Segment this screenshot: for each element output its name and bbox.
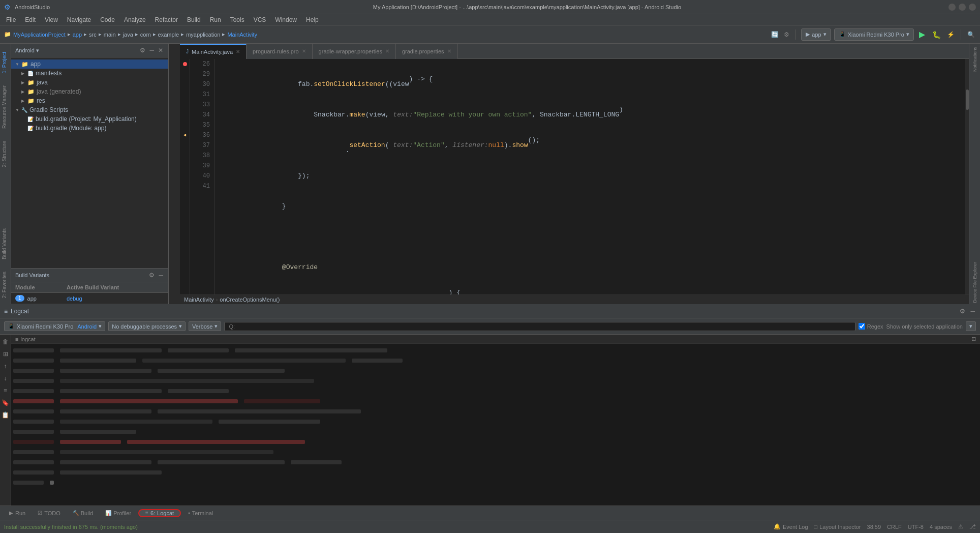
sidebar-tab-build-variants[interactable]: Build Variants	[0, 222, 11, 265]
menu-view[interactable]: View	[41, 15, 62, 24]
process-select[interactable]: No debuggable processes ▾	[108, 321, 186, 331]
menu-vcs[interactable]: VCS	[250, 15, 270, 24]
gutter-line-31[interactable]	[180, 90, 190, 100]
status-indent[interactable]: 4 spaces	[930, 524, 952, 530]
bookmark-logcat-btn[interactable]: 🔖	[0, 398, 11, 408]
event-log-btn[interactable]: 🔔 Event Log	[774, 523, 808, 530]
gutter-line-37[interactable]	[180, 140, 190, 151]
sidebar-tab-favorites[interactable]: 2: Favorites	[0, 265, 11, 304]
android-dropdown[interactable]: Android ▾	[15, 47, 39, 54]
settings-btn[interactable]: ⚙	[783, 30, 790, 39]
run-button[interactable]: ▶	[917, 28, 927, 40]
clear-logcat-btn[interactable]: 🗑	[1, 337, 10, 347]
sidebar-tab-structure[interactable]: 2: Structure	[0, 135, 11, 173]
search-everywhere-btn[interactable]: 🔍	[966, 30, 976, 39]
profile-button[interactable]: ⚡	[946, 30, 956, 39]
tree-item-java-generated[interactable]: ▶ 📁 java (generated)	[11, 87, 168, 96]
menu-file[interactable]: File	[2, 15, 20, 24]
tab-run[interactable]: ▶ Run	[4, 509, 30, 517]
logcat-settings-btn[interactable]: ⚙	[959, 307, 966, 316]
logcat-search-input[interactable]	[224, 322, 855, 331]
menu-help[interactable]: Help	[302, 15, 323, 24]
menu-window[interactable]: Window	[271, 15, 301, 24]
layout-inspector-btn[interactable]: □ Layout Inspector	[814, 524, 861, 530]
scroll-end-btn[interactable]: ⊞	[2, 349, 10, 359]
tab-profiler[interactable]: 📊 Profiler	[100, 509, 136, 517]
logcat-expand-btn[interactable]: ⊡	[971, 336, 976, 342]
tree-item-gradle-scripts[interactable]: ▼ 🔧 Gradle Scripts	[11, 105, 168, 114]
log-output-area[interactable]	[11, 344, 980, 506]
code-content[interactable]: fab.setOnClickListener((view) -> { Snack…	[215, 59, 965, 294]
gear-icon[interactable]: ⚙	[139, 46, 146, 55]
gutter-line-34[interactable]	[180, 110, 190, 120]
gutter-line-35[interactable]	[180, 120, 190, 130]
tab-mainactivity[interactable]: J MainActivity.java ✕	[180, 44, 247, 59]
breadcrumb-mainactivity[interactable]: MainActivity	[184, 297, 214, 303]
status-charset[interactable]: UTF-8	[908, 524, 924, 530]
build-variants-gear[interactable]: ⚙	[148, 271, 156, 280]
tab-build[interactable]: 🔨 Build	[68, 509, 98, 517]
menu-code[interactable]: Code	[96, 15, 119, 24]
gutter-line-38[interactable]	[180, 151, 190, 161]
variant-value[interactable]: debug	[63, 293, 168, 304]
logcat-tab-label[interactable]: ≡ logcat ⊡	[11, 335, 980, 344]
breadcrumb-method[interactable]: onCreateOptionsMenu()	[220, 297, 280, 303]
soft-wrap-btn[interactable]: ≡	[2, 386, 9, 396]
status-line-endings[interactable]: CRLF	[887, 524, 902, 530]
show-only-dropdown[interactable]: ▾	[966, 321, 976, 331]
device-select[interactable]: 📱 Xiaomi Redmi K30 Pro Android ▾	[4, 321, 105, 331]
app-toggle[interactable]: 1	[15, 295, 24, 302]
tree-item-manifests[interactable]: ▶ 📄 manifests	[11, 69, 168, 78]
device-dropdown[interactable]: 📱 Xiaomi Redmi K30 Pro ▾	[834, 28, 914, 41]
sidebar-tab-resource-manager[interactable]: Resource Manager	[0, 79, 11, 135]
menu-tools[interactable]: Tools	[226, 15, 249, 24]
gutter-line-29[interactable]	[180, 69, 190, 79]
scroll-up-btn[interactable]: ↑	[3, 361, 9, 371]
menu-refactor[interactable]: Refactor	[151, 15, 182, 24]
tab-gradle-wrapper-close[interactable]: ✕	[385, 48, 389, 54]
tree-item-build-gradle-app[interactable]: ▶ 📝 build.gradle (Module: app)	[11, 124, 168, 133]
minimize-panel-btn[interactable]: ─	[148, 46, 155, 55]
close-panel-btn[interactable]: ✕	[157, 46, 164, 55]
gutter-line-30[interactable]	[180, 79, 190, 90]
tab-gradle-properties[interactable]: gradle.properties ✕	[396, 44, 458, 59]
expand-logcat-btn[interactable]: 📋	[0, 410, 11, 420]
gutter-line-33[interactable]	[180, 100, 190, 110]
device-file-explorer-btn[interactable]: Device File Explorer	[971, 261, 978, 304]
scroll-down-btn[interactable]: ↓	[3, 373, 9, 383]
gutter-line-41[interactable]	[180, 181, 190, 191]
menu-navigate[interactable]: Navigate	[63, 15, 95, 24]
tab-mainactivity-close[interactable]: ✕	[236, 49, 240, 54]
regex-checkbox[interactable]: Regex	[859, 323, 883, 330]
verbosity-select[interactable]: Verbose ▾	[189, 321, 221, 331]
maximize-button[interactable]: □	[959, 4, 966, 11]
gutter-line-40[interactable]	[180, 171, 190, 181]
menu-analyze[interactable]: Analyze	[120, 15, 150, 24]
regex-check[interactable]	[859, 323, 865, 330]
close-button[interactable]: ✕	[969, 4, 976, 11]
sidebar-tab-project[interactable]: 1: Project	[0, 46, 11, 79]
debug-button[interactable]: 🐛	[930, 29, 943, 40]
tab-terminal[interactable]: ▪ Terminal	[183, 509, 218, 517]
gutter-line-26[interactable]	[180, 59, 190, 69]
minimize-button[interactable]: ─	[948, 4, 956, 11]
tree-item-build-gradle-project[interactable]: ▶ 📝 build.gradle (Project: My_Applicatio…	[11, 114, 168, 124]
tree-item-app[interactable]: ▼ 📁 app	[11, 60, 168, 69]
tab-logcat[interactable]: ≡ 6: Logcat	[138, 509, 181, 517]
tab-proguard-close[interactable]: ✕	[302, 48, 306, 54]
editor-scrollbar[interactable]	[965, 59, 969, 294]
tab-gradle-wrapper[interactable]: gradle-wrapper.properties ✕	[313, 44, 396, 59]
sync-btn[interactable]: 🔄	[770, 30, 780, 39]
build-variants-minimize[interactable]: ─	[158, 271, 164, 280]
run-config-dropdown[interactable]: ▶ app ▾	[801, 28, 831, 41]
menu-edit[interactable]: Edit	[21, 15, 40, 24]
tab-todo[interactable]: ☑ TODO	[33, 509, 66, 517]
menu-build[interactable]: Build	[183, 15, 205, 24]
tab-gradle-properties-close[interactable]: ✕	[447, 48, 451, 54]
tree-item-res[interactable]: ▶ 📁 res	[11, 96, 168, 105]
logcat-minimize-btn[interactable]: ─	[969, 307, 976, 316]
tab-proguard[interactable]: proguard-rules.pro ✕	[247, 44, 313, 59]
tree-item-java[interactable]: ▶ 📁 java	[11, 78, 168, 87]
menu-run[interactable]: Run	[206, 15, 225, 24]
notifications-btn[interactable]: Notifications	[971, 46, 978, 73]
